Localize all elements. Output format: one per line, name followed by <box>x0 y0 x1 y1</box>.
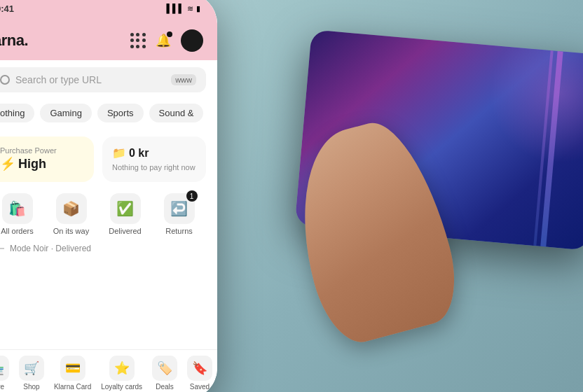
nav-store-label: store <box>0 383 4 391</box>
balance-amount: 📁 0 kr <box>112 146 196 160</box>
order-delivered[interactable]: ✅ Delivered <box>98 193 152 235</box>
category-pill-sports[interactable]: Sports <box>97 104 144 122</box>
nav-deals[interactable]: 🏷️ Deals <box>152 356 177 391</box>
returns-badge: 1 <box>186 190 198 202</box>
category-pill-gaming[interactable]: Gaming <box>40 104 92 122</box>
order-returns[interactable]: ↩️ 1 Returns <box>152 193 206 235</box>
signal-icon: ▌▌▌ <box>166 4 184 13</box>
order-delivered-label: Delivered <box>109 227 141 235</box>
nav-loyalty[interactable]: ⭐ Loyalty cards <box>101 356 142 391</box>
grid-icon[interactable] <box>130 33 146 48</box>
order-delivered-icon: ✅ <box>110 193 141 224</box>
category-pill-sound[interactable]: Sound & <box>149 104 204 122</box>
mode-noir-text: Mode Noir · Delivered <box>10 244 91 253</box>
balance-subtitle: Nothing to pay right now <box>112 162 196 172</box>
balance-card[interactable]: 📁 0 kr Nothing to pay right now <box>102 136 206 182</box>
status-bar: 9:41 ▌▌▌ ≋ ▮ <box>0 0 217 24</box>
nav-klarna-card[interactable]: 💳 Klarna Card <box>54 356 91 391</box>
klarna-logo: arna. <box>0 31 28 50</box>
order-way-icon: 📦 <box>56 193 87 224</box>
avatar[interactable] <box>181 29 203 52</box>
order-way-label: On its way <box>53 227 89 235</box>
deals-icon: 🏷️ <box>152 356 177 381</box>
order-row: 🛍️ All orders 📦 On its way ✅ Delivered ↩… <box>0 189 217 242</box>
search-bar[interactable]: Search or type URL www <box>0 67 206 92</box>
purchase-power-card[interactable]: Purchase Power ⚡ High <box>0 136 94 182</box>
nav-store[interactable]: 🏪 store <box>0 356 9 391</box>
nav-saved-label: Saved <box>190 383 210 391</box>
klarna-card-icon: 💳 <box>60 356 85 381</box>
order-all[interactable]: 🛍️ All orders <box>0 193 44 235</box>
status-time: 9:41 <box>0 4 14 14</box>
nav-shop-label: Shop <box>23 383 39 391</box>
nav-deals-label: Deals <box>156 383 174 391</box>
bottom-nav: 🏪 store 🛒 Shop 💳 Klarna Card ⭐ Loyalty c… <box>0 349 217 392</box>
wifi-icon: ≋ <box>187 4 193 13</box>
saved-icon: 🔖 <box>187 356 212 381</box>
order-all-label: All orders <box>1 227 33 235</box>
purchase-power-title: ⚡ High <box>0 156 84 172</box>
www-badge: www <box>171 74 196 85</box>
purchase-power-label: Purchase Power <box>0 146 84 155</box>
lightning-icon: ⚡ <box>0 156 15 172</box>
nav-saved[interactable]: 🔖 Saved <box>187 356 212 391</box>
search-icon <box>0 75 10 85</box>
search-section: Search or type URL www <box>0 60 217 99</box>
folder-icon: 📁 <box>112 146 126 160</box>
order-all-icon: 🛍️ <box>2 193 33 224</box>
category-row: othing Gaming Sports Sound & <box>0 99 217 130</box>
nav-shop[interactable]: 🛒 Shop <box>19 356 44 391</box>
bell-icon[interactable]: 🔔 <box>156 33 171 48</box>
header-icons: 🔔 <box>130 29 203 52</box>
bell-badge <box>167 31 172 37</box>
status-icons: ▌▌▌ ≋ ▮ <box>166 4 200 13</box>
phone-mockup: 9:41 ▌▌▌ ≋ ▮ arna. 🔔 <box>0 0 217 392</box>
order-on-its-way[interactable]: 📦 On its way <box>44 193 98 235</box>
phone-screen: 9:41 ▌▌▌ ≋ ▮ arna. 🔔 <box>0 0 217 392</box>
mode-noir-section: Mode Noir · Delivered <box>0 242 217 258</box>
app-header: arna. 🔔 <box>0 24 217 60</box>
category-pill-clothing[interactable]: othing <box>0 104 34 122</box>
battery-icon: ▮ <box>196 4 200 13</box>
order-returns-label: Returns <box>165 227 193 235</box>
cards-section: Purchase Power ⚡ High 📁 0 kr Nothing to … <box>0 130 217 189</box>
search-placeholder: Search or type URL <box>15 74 165 85</box>
store-icon: 🏪 <box>0 356 9 381</box>
nav-klarna-label: Klarna Card <box>54 383 91 391</box>
mode-noir-line <box>0 248 4 249</box>
order-returns-icon: ↩️ 1 <box>164 193 195 224</box>
loyalty-icon: ⭐ <box>109 356 135 381</box>
nav-loyalty-label: Loyalty cards <box>101 383 142 391</box>
shop-icon: 🛒 <box>19 356 44 381</box>
